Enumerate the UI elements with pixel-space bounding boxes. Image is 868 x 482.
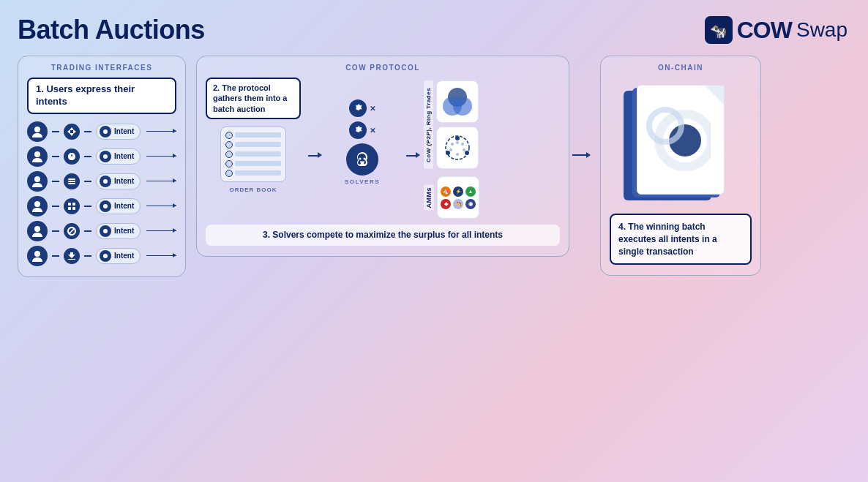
svg-rect-12 (68, 207, 71, 210)
amm-icon-6: ◉ (465, 199, 476, 209)
panel-protocol: COW PROTOCOL 2. The protocol gathers the… (196, 56, 569, 257)
ring-card (436, 127, 479, 169)
user-row: Intent (27, 146, 176, 167)
logo-swap-text: Swap (796, 18, 848, 42)
connector-7 (52, 206, 59, 207)
user-icon-1 (27, 121, 48, 142)
svg-point-22 (455, 136, 460, 140)
svg-point-15 (34, 251, 40, 257)
intent-dot-4 (100, 200, 111, 212)
svg-point-2 (34, 127, 40, 132)
token-icon-4 (64, 198, 80, 214)
content-row: TRADING INTERFACES 1. Users express thei… (18, 56, 850, 277)
intent-dot-5 (100, 225, 111, 237)
user-icon-4 (27, 196, 48, 216)
svg-rect-10 (68, 203, 71, 206)
connector-5 (52, 181, 59, 182)
cow-p2p-cards (436, 80, 479, 169)
logo-area: 🐄 COW Swap (705, 16, 848, 44)
svg-point-4 (71, 157, 72, 159)
svg-point-17 (364, 158, 366, 160)
connector-10 (84, 230, 91, 232)
arrow-right-5 (146, 230, 176, 231)
solvers-area: ✕ ✕ (326, 78, 399, 185)
onchain-section-label: ON-CHAIN (658, 64, 703, 72)
intent-dot-2 (100, 151, 111, 162)
svg-point-20 (453, 97, 472, 116)
svg-point-5 (34, 176, 40, 182)
protocol-section-label: COW PROTOCOL (206, 64, 560, 72)
step1-label: 1. Users express their intents (27, 78, 176, 114)
amm-icon-1: 🦄 (441, 187, 451, 197)
svg-point-3 (34, 151, 40, 157)
svg-text:🐄: 🐄 (710, 23, 727, 39)
arrow-right-2 (146, 156, 176, 157)
user-row: Intent (27, 246, 176, 266)
routes-area: CoW (P2P), Ring Trades (424, 78, 479, 219)
panel-trading: TRADING INTERFACES 1. Users express thei… (18, 56, 186, 277)
svg-point-16 (359, 158, 362, 160)
connector-6 (84, 181, 91, 182)
svg-rect-7 (68, 181, 75, 182)
svg-point-29 (451, 143, 454, 146)
intent-badge-6: Intent (96, 248, 141, 264)
user-row: Intent (27, 171, 176, 192)
svg-rect-11 (72, 203, 75, 206)
amm-icon-3: ▲ (465, 187, 476, 197)
solver-gear-2 (349, 121, 367, 139)
connector-3 (52, 156, 59, 157)
user-icon-5 (27, 221, 48, 241)
token-icon-5 (64, 223, 80, 239)
cow-p2p-section: CoW (P2P), Ring Trades (424, 80, 479, 169)
solver-item-2: ✕ (349, 121, 375, 139)
amms-label: AMMs (424, 185, 434, 211)
svg-point-25 (456, 141, 459, 144)
intent-dot-1 (100, 126, 111, 138)
intent-badge-3: Intent (96, 173, 141, 189)
doc-circles-svg (645, 100, 711, 173)
user-row: Intent (27, 221, 176, 241)
user-rows: Intent Intent (27, 121, 176, 266)
user-icon-6 (27, 246, 48, 266)
intent-badge-1: Intent (96, 124, 141, 140)
step2-label: 2. The protocol gathers them into a batc… (206, 78, 301, 119)
cow-logo-icon: 🐄 (705, 16, 733, 44)
svg-rect-13 (72, 207, 75, 210)
token-icon-6 (64, 248, 80, 264)
intent-dot-6 (100, 250, 111, 262)
step4-label: 4. The winning batch executes all intent… (610, 214, 752, 265)
cow-p2p-label: CoW (P2P), Ring Trades (424, 80, 433, 169)
user-row: Intent (27, 121, 176, 142)
svg-point-24 (465, 151, 469, 155)
connector-8 (84, 206, 91, 207)
connector-4 (84, 156, 91, 157)
solver-gear-1 (349, 99, 367, 117)
token-icon-2 (64, 148, 80, 165)
solver-x-1: ✕ (370, 105, 375, 113)
intent-badge-4: Intent (96, 198, 141, 214)
arrow-right-3 (146, 181, 176, 181)
arrow-protocol-onchain (572, 154, 587, 156)
solver-brain (346, 143, 378, 176)
intent-badge-5: Intent (96, 223, 141, 239)
connector-12 (84, 255, 91, 257)
intent-dot-3 (100, 176, 111, 187)
solvers-label: SOLVERS (345, 178, 380, 185)
arrow-right-4 (146, 206, 176, 206)
venn-card (436, 80, 479, 123)
orderbook-area: 2. The protocol gathers them into a batc… (206, 78, 301, 193)
svg-rect-6 (68, 178, 75, 180)
svg-point-9 (34, 201, 40, 207)
token-icon-3 (64, 173, 80, 189)
svg-point-30 (461, 143, 464, 146)
user-icon-3 (27, 171, 48, 192)
connector-1 (52, 131, 59, 132)
connector-9 (52, 230, 59, 232)
connector-2 (84, 131, 91, 132)
svg-point-26 (449, 148, 452, 151)
main-container: Batch Auctions 🐄 COW Swap TRADING INTERF… (0, 0, 868, 482)
connector-11 (52, 255, 59, 257)
user-row: Intent (27, 196, 176, 216)
panel-onchain: ON-CHAIN (600, 56, 761, 276)
trading-section-label: TRADING INTERFACES (27, 64, 176, 72)
